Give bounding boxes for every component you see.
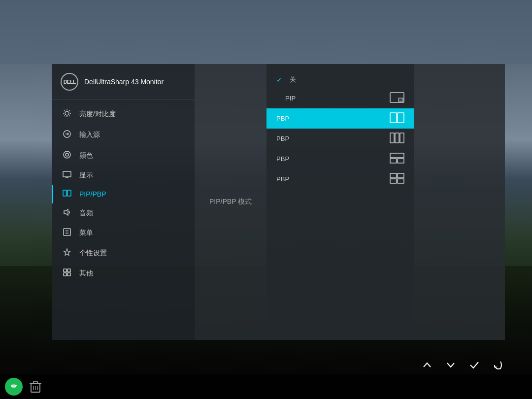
sidebar-label-input: 输入源 bbox=[79, 131, 100, 139]
svg-line-5 bbox=[64, 110, 65, 111]
sidebar-label-audio: 音频 bbox=[79, 209, 93, 218]
svg-marker-17 bbox=[64, 209, 68, 215]
spotify-icon[interactable] bbox=[5, 378, 23, 396]
sidebar-label-other: 其他 bbox=[79, 269, 93, 278]
sidebar-item-input[interactable]: 输入源 bbox=[52, 125, 195, 145]
color-icon bbox=[62, 150, 72, 161]
sidebar-item-other[interactable]: 其他 bbox=[52, 264, 195, 283]
svg-rect-40 bbox=[398, 179, 404, 183]
brightness-icon bbox=[62, 109, 72, 120]
option-pip-icon bbox=[390, 92, 404, 104]
svg-rect-44 bbox=[33, 381, 37, 383]
svg-rect-36 bbox=[398, 159, 404, 163]
svg-line-7 bbox=[69, 110, 70, 111]
osd-menu: DELL DellUltraSharp 43 Monitor bbox=[52, 64, 505, 340]
options-panel: ✓ 关 PIP PBP bbox=[266, 64, 414, 340]
sidebar-item-audio[interactable]: 音频 bbox=[52, 203, 195, 223]
svg-line-8 bbox=[64, 116, 65, 116]
svg-rect-39 bbox=[390, 179, 397, 183]
option-off-label: 关 bbox=[290, 75, 296, 84]
sidebar-item-color[interactable]: 颜色 bbox=[52, 145, 195, 166]
other-icon bbox=[62, 268, 72, 278]
svg-marker-22 bbox=[64, 249, 70, 256]
trash-icon[interactable] bbox=[27, 378, 44, 396]
svg-rect-30 bbox=[398, 113, 404, 123]
content-area: PIP/PBP 模式 ✓ 关 PIP PBP bbox=[195, 64, 505, 340]
svg-point-11 bbox=[66, 153, 68, 156]
svg-point-41 bbox=[9, 382, 19, 392]
sidebar-label-menu: 菜单 bbox=[79, 229, 93, 237]
svg-rect-33 bbox=[400, 133, 404, 143]
svg-point-0 bbox=[65, 111, 69, 115]
option-pbp1-label: PBP bbox=[276, 115, 289, 122]
option-pbp3[interactable]: PBP bbox=[266, 149, 414, 169]
nav-up-button[interactable] bbox=[420, 358, 434, 372]
svg-rect-37 bbox=[390, 173, 397, 178]
svg-rect-12 bbox=[63, 171, 71, 177]
menu-icon bbox=[62, 228, 72, 238]
option-pbp4-label: PBP bbox=[276, 175, 289, 183]
sidebar-item-pip-pbp[interactable]: PIP/PBP bbox=[52, 185, 195, 203]
nav-ok-button[interactable] bbox=[467, 358, 481, 372]
option-pbp4[interactable]: PBP bbox=[266, 169, 414, 189]
svg-rect-24 bbox=[67, 269, 70, 272]
content-label: PIP/PBP 模式 bbox=[195, 183, 266, 221]
display-icon bbox=[62, 171, 72, 180]
svg-rect-23 bbox=[64, 269, 66, 272]
svg-rect-32 bbox=[395, 133, 399, 143]
svg-rect-34 bbox=[390, 153, 404, 158]
sidebar-item-display[interactable]: 显示 bbox=[52, 166, 195, 185]
menu-items: 亮度/对比度 输入源 颜色 bbox=[52, 100, 195, 340]
svg-rect-26 bbox=[67, 273, 70, 276]
personal-icon bbox=[62, 248, 72, 259]
option-off[interactable]: ✓ 关 bbox=[266, 71, 414, 88]
option-pip-label: PIP bbox=[285, 95, 296, 102]
option-pbp1-icon bbox=[390, 112, 404, 125]
svg-rect-28 bbox=[399, 98, 403, 101]
sidebar-label-display: 显示 bbox=[79, 171, 93, 180]
svg-rect-31 bbox=[390, 133, 394, 143]
svg-rect-38 bbox=[398, 173, 404, 178]
option-pbp3-label: PBP bbox=[276, 155, 289, 163]
option-pbp2-label: PBP bbox=[276, 135, 289, 142]
sidebar-item-menu[interactable]: 菜单 bbox=[52, 223, 195, 243]
option-pbp2-icon bbox=[390, 133, 404, 145]
nav-down-button[interactable] bbox=[444, 358, 458, 372]
check-off: ✓ bbox=[276, 76, 282, 84]
brand-name: DellUltraSharp 43 Monitor bbox=[84, 78, 164, 86]
bottom-controls bbox=[420, 358, 505, 372]
option-pbp3-icon bbox=[390, 153, 404, 165]
svg-rect-16 bbox=[67, 190, 71, 196]
dell-logo: DELL bbox=[61, 73, 78, 91]
pip-pbp-icon bbox=[62, 190, 72, 199]
brand-header: DELL DellUltraSharp 43 Monitor bbox=[52, 64, 195, 100]
option-pbp1[interactable]: PBP bbox=[266, 108, 414, 129]
svg-rect-25 bbox=[64, 273, 66, 276]
option-pbp4-icon bbox=[390, 173, 404, 185]
sidebar-item-personal[interactable]: 个性设置 bbox=[52, 243, 195, 264]
sidebar: DELL DellUltraSharp 43 Monitor bbox=[52, 64, 195, 340]
bg-upper bbox=[0, 0, 532, 64]
sidebar-label-pip-pbp: PIP/PBP bbox=[79, 190, 106, 198]
option-pbp2[interactable]: PBP bbox=[266, 129, 414, 149]
svg-rect-35 bbox=[390, 159, 397, 163]
taskbar bbox=[0, 374, 532, 399]
svg-point-10 bbox=[64, 151, 70, 158]
sidebar-label-color: 颜色 bbox=[79, 151, 93, 160]
sidebar-label-personal: 个性设置 bbox=[79, 249, 107, 258]
nav-back-button[interactable] bbox=[491, 358, 505, 372]
svg-line-6 bbox=[69, 116, 70, 116]
input-icon bbox=[62, 130, 72, 140]
option-pip[interactable]: PIP bbox=[266, 88, 414, 108]
sidebar-item-brightness[interactable]: 亮度/对比度 bbox=[52, 104, 195, 125]
svg-rect-29 bbox=[390, 113, 397, 123]
sidebar-label-brightness: 亮度/对比度 bbox=[79, 110, 116, 119]
audio-icon bbox=[62, 208, 72, 218]
svg-rect-15 bbox=[63, 190, 66, 196]
